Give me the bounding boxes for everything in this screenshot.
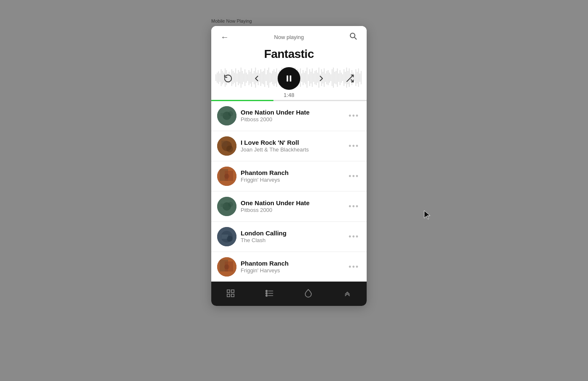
list-item[interactable]: I Love Rock 'N' Roll Joan Jett & The Bla… <box>211 131 367 161</box>
track-name: Phantom Ranch <box>241 169 343 177</box>
svg-point-140 <box>224 264 229 269</box>
svg-rect-111 <box>360 73 360 82</box>
transport-controls <box>220 64 357 91</box>
track-more-button[interactable]: ••• <box>347 170 361 183</box>
phone-window: ← Now playing Fantastic <box>211 26 367 306</box>
svg-point-120 <box>228 111 233 116</box>
album-art <box>217 197 236 216</box>
track-name: Phantom Ranch <box>241 259 343 268</box>
up-nav-button[interactable] <box>339 287 356 300</box>
svg-rect-123 <box>221 141 227 146</box>
track-name: I Love Rock 'N' Roll <box>241 138 343 147</box>
list-nav-button[interactable] <box>261 287 278 300</box>
svg-rect-110 <box>358 68 359 87</box>
svg-point-146 <box>266 290 268 292</box>
header: ← Now playing <box>211 26 367 44</box>
svg-point-128 <box>224 174 229 179</box>
svg-rect-114 <box>290 76 291 82</box>
svg-point-148 <box>266 292 268 294</box>
bottom-nav <box>211 282 367 306</box>
time-display: 1:48 <box>219 90 359 100</box>
svg-point-0 <box>350 33 355 38</box>
track-name: London Calling <box>241 229 343 237</box>
progress-bar[interactable] <box>211 100 367 101</box>
track-artist: Joan Jett & The Blackhearts <box>241 146 343 154</box>
album-art <box>217 227 236 246</box>
track-more-button[interactable]: ••• <box>347 140 361 152</box>
track-artist: Pitboss 2000 <box>241 116 343 123</box>
list-item[interactable]: One Nation Under Hate Pitboss 2000 ••• <box>211 192 367 221</box>
track-more-button[interactable]: ••• <box>347 201 361 213</box>
track-list: One Nation Under Hate Pitboss 2000 ••• I <box>211 101 367 282</box>
grid-nav-button[interactable] <box>222 287 239 300</box>
track-name: One Nation Under Hate <box>241 108 343 117</box>
track-more-button[interactable]: ••• <box>347 110 361 122</box>
svg-point-150 <box>266 295 268 297</box>
album-art <box>217 167 236 186</box>
next-button[interactable] <box>314 71 329 86</box>
svg-line-1 <box>354 37 357 39</box>
waveform-container <box>215 65 362 90</box>
svg-rect-113 <box>287 76 289 82</box>
svg-rect-2 <box>215 74 216 81</box>
track-name: One Nation Under Hate <box>241 199 343 207</box>
track-more-button[interactable]: ••• <box>347 261 361 273</box>
replay-button[interactable] <box>220 71 236 86</box>
list-item[interactable]: Phantom Ranch Friggin' Harveys ••• <box>211 162 367 191</box>
track-artist: Friggin' Harveys <box>241 267 343 274</box>
svg-point-132 <box>228 202 233 207</box>
svg-rect-3 <box>217 73 218 83</box>
play-pause-button[interactable] <box>278 67 300 90</box>
list-item[interactable]: London Calling The Clash ••• <box>211 222 367 251</box>
svg-rect-141 <box>227 290 230 292</box>
track-info: Phantom Ranch Friggin' Harveys <box>236 169 347 184</box>
previous-button[interactable] <box>249 71 264 86</box>
track-more-button[interactable]: ••• <box>347 231 361 243</box>
svg-point-124 <box>226 146 233 152</box>
home-nav-button[interactable] <box>300 287 317 300</box>
list-item[interactable]: One Nation Under Hate Pitboss 2000 ••• <box>211 101 367 130</box>
list-item[interactable]: Phantom Ranch Friggin' Harveys ••• <box>211 252 367 282</box>
track-artist: Pitboss 2000 <box>241 207 343 214</box>
track-info: London Calling The Clash <box>236 229 347 244</box>
album-art <box>217 136 236 156</box>
track-info: One Nation Under Hate Pitboss 2000 <box>236 108 347 123</box>
svg-point-136 <box>227 236 233 242</box>
svg-rect-142 <box>231 290 234 292</box>
track-info: Phantom Ranch Friggin' Harveys <box>236 259 347 274</box>
search-button[interactable] <box>347 32 359 42</box>
cursor <box>423 210 432 222</box>
album-art <box>217 257 236 277</box>
window-label: Mobile Now Playing <box>211 18 367 23</box>
track-artist: The Clash <box>241 237 343 244</box>
track-artist: Friggin' Harveys <box>241 177 343 184</box>
svg-rect-112 <box>361 71 362 84</box>
now-playing-section: Fantastic <box>211 44 367 100</box>
track-info: I Love Rock 'N' Roll Joan Jett & The Bla… <box>236 138 347 154</box>
svg-rect-131 <box>220 204 226 207</box>
current-track-title: Fantastic <box>219 44 359 65</box>
svg-rect-143 <box>227 294 230 297</box>
progress-fill <box>211 100 273 101</box>
back-button[interactable]: ← <box>219 32 231 42</box>
album-art <box>217 106 236 125</box>
svg-rect-119 <box>220 113 226 116</box>
shuffle-button[interactable] <box>342 71 357 86</box>
svg-rect-144 <box>231 294 234 297</box>
track-info: One Nation Under Hate Pitboss 2000 <box>236 199 347 214</box>
now-playing-label: Now playing <box>274 34 304 40</box>
svg-rect-4 <box>218 71 219 84</box>
app-window: Mobile Now Playing ← Now playing Fantast… <box>211 18 367 306</box>
